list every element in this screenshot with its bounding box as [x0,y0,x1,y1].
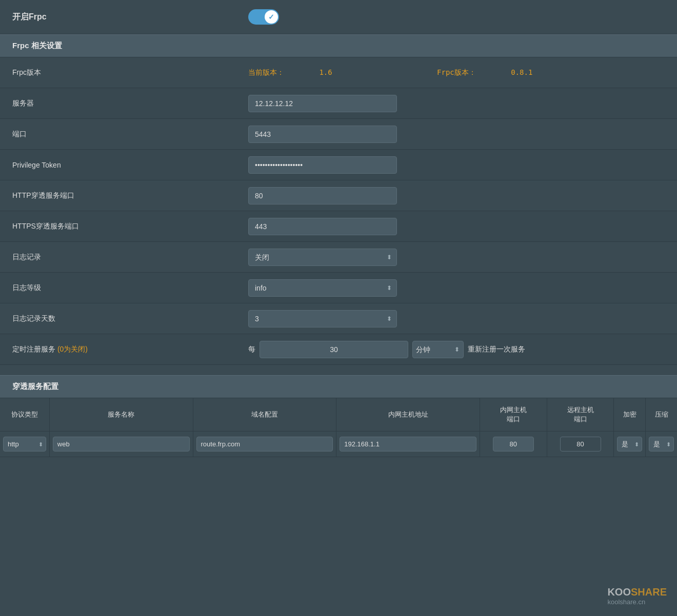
checkmark-icon: ✓ [268,13,274,21]
log-days-select-wrapper[interactable]: 1 2 3 5 7 14 30 [248,310,397,327]
header-domain: 域名配置 [193,398,336,432]
local-host-input[interactable] [340,437,476,451]
enable-frpc-label: 开启Frpc [12,12,248,23]
share-text: SHARE [631,586,667,598]
service-name-cell[interactable] [49,432,193,457]
enable-frpc-row: 开启Frpc ✓ [0,0,677,34]
timer-row: 每 分钟 小时 重新注册一次服务 [248,341,525,358]
watermark-domain: koolshare.cn [607,598,667,606]
port-value[interactable] [248,126,665,143]
log-record-value[interactable]: 关闭 开启 [248,249,665,266]
compress-select[interactable]: 是 否 [649,437,674,451]
watermark: KOOSHARE koolshare.cn [607,586,667,606]
protocol-cell[interactable]: http https tcp udp [0,432,49,457]
server-label: 服务器 [12,99,248,108]
port-input[interactable] [248,126,397,143]
http-port-input[interactable] [248,187,397,204]
enable-frpc-toggle-container[interactable]: ✓ [248,9,279,25]
log-record-label: 日志记录 [12,253,248,262]
timer-prefix: 每 [248,345,255,354]
page-wrapper: 开启Frpc ✓ Frpc 相关设置 Frpc版本 当前版本： 1.6 [0,0,677,457]
header-local-port: 内网主机端口 [480,398,547,432]
log-level-select-wrapper[interactable]: info debug warn error [248,279,397,297]
http-port-row: HTTP穿透服务端口 [0,180,677,211]
log-level-select[interactable]: info debug warn error [248,279,397,297]
encrypt-cell[interactable]: 是 否 [614,432,646,457]
remote-port-cell[interactable] [547,432,614,457]
log-level-label: 日志等级 [12,283,248,293]
unit-select-wrapper[interactable]: 分钟 小时 [412,341,464,358]
https-port-label: HTTPS穿透服务端口 [12,222,248,231]
token-row: Privilege Token [0,150,677,180]
local-port-cell[interactable] [480,432,547,457]
header-encrypt: 加密 [614,398,646,432]
tunnel-config-section: 穿透服务配置 协议类型 服务名称 域名配置 内网主机地址 内网主机端口 远程主机… [0,375,677,457]
version-row: Frpc版本 当前版本： 1.6 Frpc版本： 0.8.1 [0,57,677,88]
timer-value-input[interactable] [260,341,408,358]
server-value[interactable] [248,95,665,112]
current-version: 当前版本： 1.6 [248,68,367,76]
log-days-value[interactable]: 1 2 3 5 7 14 30 [248,310,665,327]
header-compress: 压缩 [646,398,677,432]
log-record-select-wrapper[interactable]: 关闭 开启 [248,249,397,266]
version-value: 当前版本： 1.6 Frpc版本： 0.8.1 [248,68,665,77]
https-port-input[interactable] [248,218,397,235]
compress-cell[interactable]: 是 否 [646,432,677,457]
toggle-thumb: ✓ [265,10,278,24]
token-value[interactable] [248,156,665,174]
table-row: http https tcp udp [0,432,677,457]
remote-port-input[interactable] [560,437,601,451]
re-register-text: 重新注册一次服务 [468,345,525,354]
watermark-brand: KOOSHARE [607,586,667,598]
header-local-host: 内网主机地址 [336,398,480,432]
https-port-row: HTTPS穿透服务端口 [0,211,677,242]
encrypt-select[interactable]: 是 否 [617,437,642,451]
local-port-input[interactable] [493,437,534,451]
log-days-select[interactable]: 1 2 3 5 7 14 30 [248,310,397,327]
frpc-version: Frpc版本： 0.8.1 [437,68,563,76]
log-record-row: 日志记录 关闭 开启 [0,242,677,273]
log-days-row: 日志记录天数 1 2 3 5 7 14 30 [0,303,677,334]
http-port-value[interactable] [248,187,665,204]
http-port-label: HTTP穿透服务端口 [12,191,248,200]
token-label: Privilege Token [12,161,248,169]
enable-frpc-toggle[interactable]: ✓ [248,9,279,25]
log-days-label: 日志记录天数 [12,314,248,323]
log-record-select[interactable]: 关闭 开启 [248,249,397,266]
header-protocol: 协议类型 [0,398,49,432]
server-input[interactable] [248,95,397,112]
domain-input[interactable] [196,437,333,451]
timer-register-row: 定时注册服务 (0为关闭) 每 分钟 小时 重新注册一次服务 [0,334,677,365]
https-port-value[interactable] [248,218,665,235]
timer-register-value: 每 分钟 小时 重新注册一次服务 [248,341,665,358]
compress-select-wrapper[interactable]: 是 否 [649,437,674,451]
header-name: 服务名称 [49,398,193,432]
table-header-row: 协议类型 服务名称 域名配置 内网主机地址 内网主机端口 远程主机端口 加密 压… [0,398,677,432]
domain-cell[interactable] [193,432,336,457]
frpc-settings-header: Frpc 相关设置 [0,34,677,57]
local-host-cell[interactable] [336,432,480,457]
header-remote-port: 远程主机端口 [547,398,614,432]
service-name-input[interactable] [53,437,190,451]
protocol-select[interactable]: http https tcp udp [3,437,46,451]
timer-unit-select[interactable]: 分钟 小时 [412,341,464,358]
version-text: 当前版本： 1.6 Frpc版本： 0.8.1 [248,68,594,77]
koo-text: KOO [607,586,631,598]
service-table: 协议类型 服务名称 域名配置 内网主机地址 内网主机端口 远程主机端口 加密 压… [0,398,677,457]
timer-register-orange-label: (0为关闭) [57,345,88,353]
timer-register-label: 定时注册服务 (0为关闭) [12,345,248,354]
port-row: 端口 [0,119,677,150]
log-level-value[interactable]: info debug warn error [248,279,665,297]
log-level-row: 日志等级 info debug warn error [0,273,677,303]
tunnel-config-header: 穿透服务配置 [0,375,677,398]
token-input[interactable] [248,156,397,174]
encrypt-select-wrapper[interactable]: 是 否 [617,437,642,451]
server-row: 服务器 [0,88,677,119]
protocol-select-wrapper[interactable]: http https tcp udp [3,437,46,451]
version-label: Frpc版本 [12,68,248,77]
port-label: 端口 [12,130,248,139]
toggle-track: ✓ [248,9,279,25]
